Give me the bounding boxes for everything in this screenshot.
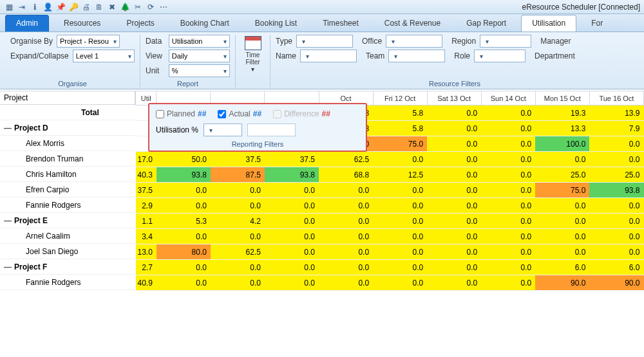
tree-icon[interactable]: 🌲 [120,2,130,12]
data-cell: 6.0 [589,260,643,275]
table-row: 1.15.34.20.00.00.00.00.00.00.0 [136,214,644,229]
tab-timesheet[interactable]: Timesheet [312,15,370,32]
row-label[interactable]: Fannie Rodgers [0,197,135,213]
row-label[interactable]: Efren Carpio [0,182,135,197]
date-col-header[interactable]: Tue 16 Oct [589,91,643,105]
project-column-header[interactable]: Project [0,91,135,105]
utilisation-operator-dropdown[interactable] [204,124,242,136]
tab-gap-report[interactable]: Gap Report [455,15,517,32]
unit-label: Unit [146,66,165,75]
data-cell: 0.0 [319,260,373,275]
actual-label: Actual [229,109,250,118]
print-icon[interactable]: 🖨 [81,2,91,12]
user-icon[interactable]: 👤 [43,2,53,12]
expand-toggle[interactable]: — [4,216,12,225]
data-cell: 12.5 [373,167,427,183]
utilisation-value-input[interactable] [247,124,296,136]
tab-resources[interactable]: Resources [53,15,111,32]
data-dropdown[interactable]: Utilisation [169,35,230,48]
app-title: eResource Scheduler [Connected] [522,3,640,12]
role-dropdown[interactable] [474,50,526,62]
data-cell: 0.0 [319,214,373,229]
tab-booking-list[interactable]: Booking List [244,15,308,32]
data-cell: 0.0 [481,121,535,136]
view-dropdown[interactable]: Daily [169,50,230,62]
office-dropdown[interactable] [386,35,442,48]
data-cell: 0.0 [319,244,373,260]
date-col-header[interactable]: Mon 15 Oct [535,91,589,105]
data-cell: 68.8 [319,167,373,183]
tab-utilisation[interactable]: Utilisation [521,15,576,32]
data-cell: 0.0 [156,198,211,214]
data-cell: 40.3 [136,167,156,183]
planned-label: Planned [167,109,195,118]
tab-projects[interactable]: Projects [115,15,165,32]
expand-toggle[interactable]: — [4,262,12,271]
tab-booking-chart[interactable]: Booking Chart [169,15,240,32]
data-cell: 0.0 [589,214,643,229]
table-row: 40.90.00.00.00.00.00.00.090.090.0 [136,275,644,291]
refresh-icon[interactable]: ⟳ [146,2,156,12]
data-cell: 0.0 [319,183,373,198]
sheet-icon[interactable]: 🗎 [94,2,104,12]
planned-checkbox[interactable]: Planned ## [156,109,206,118]
date-col-header[interactable]: Sun 14 Oct [481,91,535,105]
row-label[interactable]: Arnel Caalim [0,228,135,244]
difference-checkbox[interactable]: Difference ## [273,109,330,118]
scissors-icon[interactable]: ✂ [133,2,143,12]
row-label[interactable]: Chris Hamilton [0,167,135,182]
difference-hash: ## [322,109,330,118]
time-filter-button[interactable]: Time Filter ▾ [241,35,265,74]
data-cell: 0.0 [373,152,427,167]
expand-toggle[interactable]: — [4,124,12,133]
region-dropdown[interactable] [480,35,531,48]
pin-icon[interactable]: 📌 [55,2,66,12]
name-dropdown[interactable] [300,50,357,62]
row-text: Fannie Rodgers [26,278,80,287]
data-cell: 93.8 [156,167,211,183]
actual-checkbox[interactable]: Actual ## [218,109,261,118]
info-icon[interactable]: ℹ [30,2,40,12]
data-cell: 0.0 [319,198,373,214]
type-dropdown[interactable] [296,35,353,48]
data-cell: 0.0 [156,183,211,198]
table-row: 2.90.00.00.00.00.00.00.00.00.0 [136,198,644,214]
row-label[interactable]: —Project D [0,120,135,136]
date-col-header[interactable]: Sat 13 Oct [427,91,481,105]
grid-icon[interactable]: ▦ [4,2,14,12]
data-cell: 0.0 [589,198,643,214]
data-cell: 0.0 [427,121,481,136]
expand-collapse-label: Expand/Collapse [10,51,69,60]
date-col-header[interactable]: Fri 12 Oct [373,91,427,105]
data-cell: 62.5 [211,244,265,260]
options-icon[interactable]: ⋯ [158,2,169,12]
data-cell: 0.0 [481,244,535,260]
data-cell: 0.0 [373,244,427,260]
row-label[interactable]: —Project E [0,213,135,228]
expand-collapse-dropdown[interactable]: Level 1 [73,50,135,62]
table-row: 37.50.00.00.00.00.00.00.075.093.8 [136,183,644,198]
row-label[interactable]: Alex Morris [0,136,135,151]
x-sheet-icon[interactable]: ✖ [107,2,117,12]
row-label[interactable]: Brendon Truman [0,151,135,167]
data-cell: 0.0 [265,275,319,291]
row-label[interactable]: Fannie Rodgers [0,275,135,290]
data-cell: 0.0 [589,136,643,152]
data-cell: 13.0 [136,244,156,260]
key-icon[interactable]: 🔑 [68,2,79,12]
row-label[interactable]: —Project F [0,259,135,275]
organise-by-dropdown[interactable]: Project - Resou [57,35,120,48]
team-dropdown[interactable] [388,50,445,62]
data-cell: 37.5 [211,152,265,167]
tab-for[interactable]: For [580,15,614,32]
row-label[interactable]: Joel San Diego [0,244,135,259]
resource-filters-group-title: Resource Filters [276,77,634,87]
row-label[interactable]: Total [0,105,135,120]
tab-cost-revenue[interactable]: Cost & Revenue [374,15,451,32]
unit-dropdown[interactable]: % [169,64,230,77]
manager-label: Manager [540,37,571,46]
tab-admin[interactable]: Admin [5,15,49,32]
office-label: Office [362,37,382,46]
exit-icon[interactable]: ⇥ [17,2,27,12]
data-cell: 0.0 [481,229,535,244]
